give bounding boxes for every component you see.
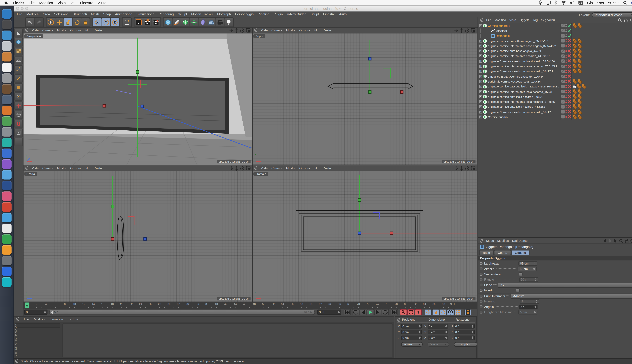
ommenu-vista[interactable]: Vista <box>509 18 516 22</box>
material-tag-icon[interactable] <box>572 69 577 74</box>
appmenu-simulazione[interactable]: Simulazione <box>136 12 154 16</box>
object-row[interactable]: −Cornice quadro.1 <box>478 23 632 28</box>
dock-icon-app[interactable] <box>2 84 12 94</box>
environment-menu[interactable] <box>207 18 216 26</box>
material-tag-icon[interactable] <box>578 58 582 64</box>
viewport-perspective[interactable]: VisteCamereMostraOpzioniFiltroVistaProsp… <box>24 28 252 165</box>
object-row[interactable]: +originale cornice Interna anta isola ri… <box>478 64 632 69</box>
render-settings-button[interactable] <box>152 18 160 26</box>
object-disabled-cross-icon[interactable] <box>568 95 571 99</box>
ommenu-tag[interactable]: Tag <box>533 18 538 22</box>
dock-icon-app[interactable] <box>2 74 12 83</box>
ommenu-modifica[interactable]: Modifica <box>494 18 506 22</box>
appmenu-crea[interactable]: Crea <box>43 12 50 16</box>
bluetooth-icon[interactable] <box>554 0 558 5</box>
expand-toggle[interactable]: + <box>479 70 482 73</box>
dock-icon-app[interactable] <box>2 127 12 137</box>
visibility-dots[interactable] <box>566 70 567 73</box>
material-tag-icon[interactable] <box>572 104 577 110</box>
object-name[interactable]: originale cornice anta isola riccardo_44… <box>488 106 545 108</box>
spinner-arrows[interactable] <box>337 311 340 314</box>
vpmenu-mostra[interactable]: Mostra <box>286 166 296 170</box>
redo-button[interactable] <box>35 18 43 26</box>
object-row[interactable]: percorso <box>478 28 632 33</box>
dock-icon-app[interactable] <box>2 95 12 104</box>
previous-key-button[interactable] <box>352 309 359 315</box>
material-tag-icon[interactable] <box>578 94 582 99</box>
viewport-name-label[interactable]: Prospettiva <box>24 34 43 38</box>
attr-field-raggio[interactable]: 50 cm <box>519 277 538 282</box>
appmenu-finestre[interactable]: Finestre <box>323 12 335 16</box>
attr-checkbox-inverti[interactable] <box>516 288 520 292</box>
macmenu-file[interactable]: File <box>29 1 35 5</box>
polygons-mode-button[interactable] <box>14 84 22 92</box>
home-icon[interactable] <box>624 18 628 22</box>
material-tag-icon[interactable] <box>578 104 582 110</box>
appmenu-strumenti[interactable]: Strumenti <box>73 12 87 16</box>
material-tag-icon[interactable] <box>577 84 581 89</box>
ommenu-file[interactable]: File <box>486 18 491 22</box>
vpmenu-mostra[interactable]: Mostra <box>286 28 296 32</box>
material-tag-icon[interactable] <box>578 23 582 28</box>
visibility-dots[interactable] <box>566 85 567 88</box>
vpmenu-vista[interactable]: Vista <box>95 28 102 32</box>
object-name[interactable]: Cornice quadro <box>488 116 508 118</box>
attr-select-piano[interactable]: XY <box>498 282 632 288</box>
history-forward-icon[interactable] <box>608 239 612 243</box>
layer-box-icon[interactable] <box>561 110 565 114</box>
search-icon[interactable] <box>619 239 623 243</box>
spinner-arrows[interactable] <box>43 311 46 314</box>
object-row[interactable]: +originale cornice anta isola riccardo_5… <box>478 94 632 99</box>
visibility-dots[interactable] <box>566 29 567 32</box>
make-editable-button[interactable] <box>14 29 22 37</box>
layer-box-icon[interactable] <box>561 54 565 58</box>
dock-icon-app[interactable] <box>2 116 12 126</box>
appmenu-snap[interactable]: Snap <box>103 12 111 16</box>
scale-tool[interactable] <box>64 18 72 26</box>
last-tool-used[interactable] <box>81 18 90 26</box>
rotate-tool[interactable] <box>73 18 81 26</box>
attr-field-larghezza[interactable]: 89 cm <box>518 261 538 266</box>
vpmenu-opzioni[interactable]: Opzioni <box>299 28 310 32</box>
texture-mode-button[interactable] <box>14 47 22 55</box>
material-tag-icon[interactable] <box>578 99 582 104</box>
object-row[interactable]: +originale cornice Interna anta isola ri… <box>478 99 632 104</box>
object-disabled-cross-icon[interactable] <box>568 49 571 53</box>
object-name[interactable]: originale cornice anta isola riccardo_59… <box>488 95 543 98</box>
material-tab-stub[interactable] <box>15 323 60 328</box>
layer-box-icon[interactable] <box>561 64 565 68</box>
macmenu-vai[interactable]: Vai <box>70 1 75 5</box>
expand-toggle[interactable]: + <box>479 80 482 83</box>
material-tag-icon[interactable] <box>572 54 577 59</box>
coord-field-posizione-z[interactable]: 0 cm <box>401 336 422 340</box>
keying-options-button[interactable]: ? <box>415 309 422 315</box>
vpmenu-camere[interactable]: Camere <box>42 166 53 170</box>
viewport-rotate-icon[interactable] <box>465 28 470 33</box>
expand-toggle[interactable]: + <box>479 50 482 52</box>
dock-icon-app[interactable] <box>2 106 12 115</box>
material-tag-icon[interactable] <box>572 23 577 28</box>
object-name[interactable]: originale cornice anta base angolo_44x71 <box>488 50 541 52</box>
layer-box-icon[interactable] <box>561 100 565 104</box>
dock-icon-calendar[interactable] <box>2 63 12 72</box>
coord-field-posizione-x[interactable]: 0 cm <box>401 324 422 328</box>
coord-field-dimensione-x[interactable]: 0 cm <box>428 324 448 328</box>
viewport-zoom-icon[interactable] <box>235 166 238 170</box>
frame-end-field[interactable]: 90 F <box>318 310 341 315</box>
expand-toggle[interactable]: + <box>479 106 482 108</box>
spotlight-icon[interactable] <box>623 1 628 5</box>
material-tag-icon[interactable] <box>578 54 582 59</box>
layer-box-icon[interactable] <box>561 105 565 108</box>
layer-box-icon[interactable] <box>561 34 565 38</box>
edges-mode-button[interactable] <box>14 74 22 82</box>
expand-toggle[interactable]: + <box>479 75 482 78</box>
material-tag-icon[interactable] <box>582 84 586 89</box>
previous-frame-button[interactable] <box>360 309 366 315</box>
dock-icon-app[interactable] <box>2 149 12 158</box>
object-row[interactable]: +originale Cornice cassetto cucina ricca… <box>478 69 632 74</box>
ommenu-oggetti[interactable]: Oggetti <box>520 18 530 22</box>
appmenu-script[interactable]: Script <box>310 12 319 16</box>
goto-end-button[interactable] <box>391 309 398 315</box>
viewport-rotate-icon[interactable] <box>240 28 245 33</box>
object-name[interactable]: originale cornice Interna anta isola ric… <box>488 65 557 68</box>
